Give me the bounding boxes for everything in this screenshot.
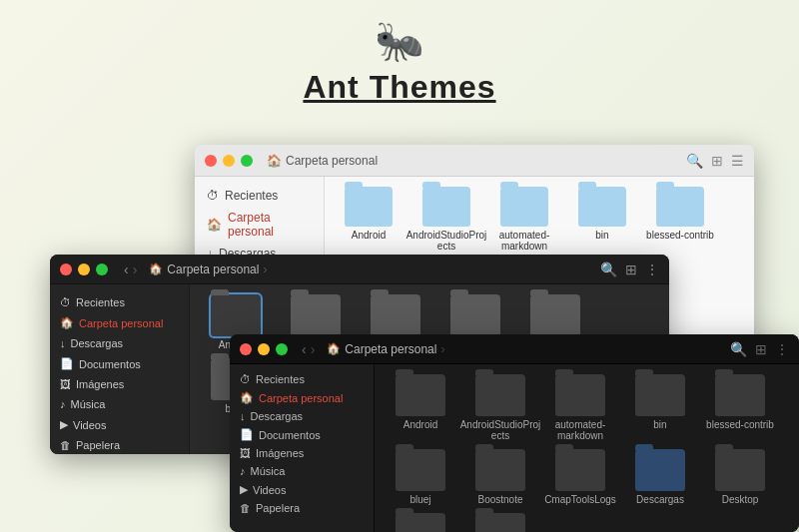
window-title-dark-mid: 🏠 Carpeta personal › bbox=[149, 263, 267, 276]
sidebar-item-home-darkest[interactable]: 🏠 Carpeta personal bbox=[230, 388, 374, 407]
home-icon: 🏠 bbox=[240, 391, 254, 404]
folder-android-light[interactable]: Android bbox=[335, 187, 402, 252]
sidebar-darkest: ⏱ Recientes 🏠 Carpeta personal ↓ Descarg… bbox=[230, 364, 375, 532]
back-arrow-icon[interactable]: ‹ bbox=[124, 262, 129, 277]
sidebar-item-descargas-dark-mid[interactable]: ↓ Descargas bbox=[50, 333, 189, 353]
grid-icon-darkest[interactable]: ⊞ bbox=[755, 341, 767, 357]
close-button-darkest[interactable] bbox=[240, 343, 252, 355]
trash-icon: 🗑 bbox=[240, 502, 251, 514]
sidebar-item-descargas-darkest[interactable]: ↓ Descargas bbox=[230, 407, 374, 425]
sidebar-item-imagenes-dark-mid[interactable]: 🖼 Imágenes bbox=[50, 374, 189, 394]
folder-automated-darkest[interactable]: automated- markdown bbox=[544, 374, 616, 441]
sidebar-item-musica-darkest[interactable]: ♪ Música bbox=[230, 462, 374, 480]
folder-icon bbox=[396, 374, 445, 416]
sidebar-item-papelera-dark-mid[interactable]: 🗑 Papelera bbox=[50, 435, 189, 454]
darkest-theme-window: ‹ › 🏠 Carpeta personal › 🔍 ⊞ ⋮ ⏱ Recient… bbox=[230, 334, 799, 532]
close-button-dark-mid[interactable] bbox=[60, 264, 72, 275]
maximize-button-darkest[interactable] bbox=[276, 343, 288, 355]
traffic-lights-light bbox=[205, 155, 253, 167]
folder-icon bbox=[635, 374, 685, 416]
sidebar-item-recientes-light[interactable]: ⏱ Recientes bbox=[195, 185, 324, 207]
folder-icon bbox=[656, 187, 704, 227]
home-icon-dark-mid: 🏠 bbox=[149, 263, 163, 275]
minimize-button-darkest[interactable] bbox=[258, 343, 270, 355]
minimize-button-dark-mid[interactable] bbox=[78, 264, 90, 275]
sidebar-item-imagenes-darkest[interactable]: 🖼 Imágenes bbox=[230, 444, 374, 462]
folder-icon bbox=[211, 294, 261, 336]
window-title-light: 🏠 Carpeta personal bbox=[267, 154, 378, 168]
sidebar-item-recientes-darkest[interactable]: ⏱ Recientes bbox=[230, 370, 374, 388]
sidebar-item-videos-darkest[interactable]: ▶ Videos bbox=[230, 480, 374, 499]
folder-bin-darkest[interactable]: bin bbox=[624, 374, 696, 441]
forward-arrow-icon[interactable]: › bbox=[133, 262, 138, 277]
maximize-button-dark-mid[interactable] bbox=[96, 264, 108, 275]
folder-icon bbox=[475, 513, 525, 532]
sidebar-dark-mid: ⏱ Recientes 🏠 Carpeta personal ↓ Descarg… bbox=[50, 284, 190, 454]
grid-icon-light[interactable]: ⊞ bbox=[711, 153, 723, 169]
sidebar-item-videos-dark-mid[interactable]: ▶ Videos bbox=[50, 414, 189, 435]
grid-icon-dark-mid[interactable]: ⊞ bbox=[625, 262, 637, 277]
folder-icon bbox=[291, 294, 341, 336]
titlebar-dark-mid: ‹ › 🏠 Carpeta personal › 🔍 ⊞ ⋮ bbox=[50, 255, 669, 284]
folder-icon bbox=[555, 449, 605, 491]
menu-icon-darkest[interactable]: ⋮ bbox=[775, 341, 789, 357]
nav-arrows-dark-mid: ‹ › bbox=[124, 262, 137, 277]
home-icon-darkest: 🏠 bbox=[327, 342, 341, 355]
toolbar-right-dark-mid: 🔍 ⊞ ⋮ bbox=[600, 262, 659, 277]
folder-androidstudio-darkest[interactable]: AndroidStudioProj ects bbox=[464, 374, 536, 441]
sidebar-item-recientes-dark-mid[interactable]: ⏱ Recientes bbox=[50, 292, 189, 312]
folder-descargas-darkest[interactable]: Descargas bbox=[624, 449, 696, 505]
folder-icon bbox=[578, 187, 626, 227]
sidebar-item-papelera-darkest[interactable]: 🗑 Papelera bbox=[230, 499, 374, 517]
sidebar-item-documentos-dark-mid[interactable]: 📄 Documentos bbox=[50, 353, 189, 374]
download-icon: ↓ bbox=[240, 410, 246, 422]
menu-icon-light[interactable]: ☰ bbox=[731, 153, 744, 169]
folder-icon bbox=[500, 187, 548, 227]
folder-icon bbox=[345, 187, 393, 227]
folder-bin-light[interactable]: bin bbox=[568, 187, 636, 252]
folder-blessed-light[interactable]: blessed-contrib bbox=[646, 187, 714, 252]
home-icon-light: 🏠 bbox=[267, 154, 282, 168]
folder-icon bbox=[555, 374, 605, 416]
folder-icon bbox=[530, 294, 580, 336]
sidebar-item-musica-dark-mid[interactable]: ♪ Música bbox=[50, 394, 189, 414]
traffic-lights-darkest bbox=[240, 343, 288, 355]
main-area-darkest: Android AndroidStudioProj ects automated… bbox=[375, 364, 799, 532]
folder-icon bbox=[396, 449, 445, 491]
close-button-light[interactable] bbox=[205, 155, 217, 167]
folder-dropbox-darkest[interactable]: Dropbox bbox=[464, 513, 536, 532]
clock-icon: ⏱ bbox=[60, 296, 71, 308]
back-arrow-icon[interactable]: ‹ bbox=[302, 341, 307, 357]
sidebar-item-documentos-darkest[interactable]: 📄 Documentos bbox=[230, 425, 374, 444]
nav-arrows-darkest: ‹ › bbox=[302, 341, 315, 357]
folder-icon bbox=[371, 294, 420, 336]
menu-icon-dark-mid[interactable]: ⋮ bbox=[645, 262, 659, 277]
music-icon: ♪ bbox=[240, 465, 246, 477]
search-icon-darkest[interactable]: 🔍 bbox=[730, 341, 747, 357]
maximize-button-light[interactable] bbox=[241, 155, 253, 167]
folder-cmaptools-darkest[interactable]: CmapToolsLogs bbox=[544, 449, 616, 505]
folder-boostnote-darkest[interactable]: Boostnote bbox=[464, 449, 536, 505]
video-icon: ▶ bbox=[240, 483, 248, 496]
home-icon: 🏠 bbox=[207, 218, 222, 232]
folder-icon bbox=[635, 449, 685, 491]
folder-blessed-darkest[interactable]: blessed-contrib bbox=[704, 374, 776, 441]
folder-desktop-darkest[interactable]: Desktop bbox=[704, 449, 776, 505]
toolbar-right-darkest: 🔍 ⊞ ⋮ bbox=[730, 341, 789, 357]
sidebar-item-home-light[interactable]: 🏠 Carpeta personal bbox=[195, 207, 324, 243]
forward-arrow-icon[interactable]: › bbox=[311, 341, 316, 357]
folder-android-darkest[interactable]: Android bbox=[385, 374, 456, 441]
search-icon-light[interactable]: 🔍 bbox=[686, 153, 703, 169]
folder-documentos-darkest[interactable]: Documentos bbox=[385, 513, 456, 532]
minimize-button-light[interactable] bbox=[223, 155, 235, 167]
ant-logo-icon: 🐜 bbox=[0, 18, 799, 65]
folder-androidstudio-light[interactable]: AndroidStudioProj ects bbox=[412, 187, 480, 252]
folder-automated-light[interactable]: automated-markdown bbox=[490, 187, 558, 252]
folder-icon bbox=[475, 374, 525, 416]
trash-icon: 🗑 bbox=[60, 439, 71, 451]
folder-bluej-darkest[interactable]: bluej bbox=[385, 449, 456, 505]
content-darkest: ⏱ Recientes 🏠 Carpeta personal ↓ Descarg… bbox=[230, 364, 799, 532]
search-icon-dark-mid[interactable]: 🔍 bbox=[600, 262, 617, 277]
sidebar-item-home-dark-mid[interactable]: 🏠 Carpeta personal bbox=[50, 312, 189, 333]
clock-icon: ⏱ bbox=[207, 189, 219, 203]
